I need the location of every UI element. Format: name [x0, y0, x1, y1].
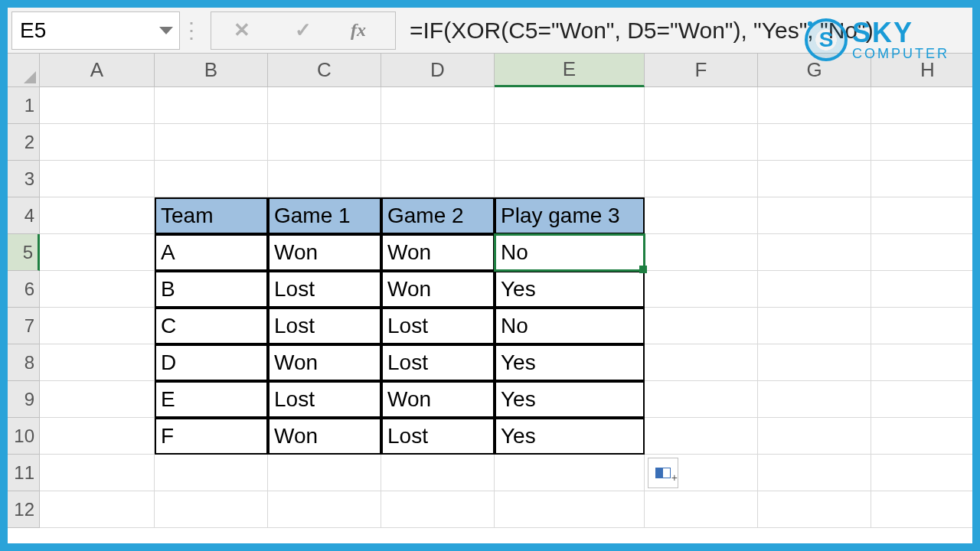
cell[interactable] — [40, 124, 155, 161]
row-header[interactable]: 10 — [8, 418, 40, 455]
table-cell[interactable]: Lost — [268, 271, 381, 308]
cell[interactable] — [871, 234, 972, 271]
table-cell[interactable]: Won — [381, 234, 495, 271]
cell[interactable] — [871, 87, 972, 124]
cell[interactable] — [871, 455, 972, 491]
row-header[interactable]: 11 — [8, 455, 40, 491]
cell[interactable] — [381, 455, 495, 491]
table-cell[interactable]: B — [155, 271, 268, 308]
cell[interactable] — [645, 418, 758, 455]
cell[interactable] — [871, 124, 972, 161]
cell[interactable] — [645, 234, 758, 271]
cell[interactable] — [268, 161, 381, 197]
row-header[interactable]: 2 — [8, 124, 40, 161]
cell[interactable] — [155, 124, 268, 161]
table-cell[interactable]: Lost — [268, 381, 381, 418]
cell[interactable] — [495, 124, 645, 161]
table-cell[interactable]: Won — [268, 234, 381, 271]
row-header[interactable]: 9 — [8, 381, 40, 418]
cell[interactable] — [155, 161, 268, 197]
row-header[interactable]: 12 — [8, 491, 40, 528]
cell[interactable] — [645, 381, 758, 418]
cell[interactable] — [381, 87, 495, 124]
cell[interactable] — [40, 491, 155, 528]
table-cell[interactable]: Won — [268, 418, 381, 455]
table-cell[interactable]: E — [155, 381, 268, 418]
cell[interactable] — [758, 124, 871, 161]
table-cell[interactable]: Yes — [495, 418, 645, 455]
cell[interactable] — [40, 344, 155, 381]
row-header[interactable]: 7 — [8, 308, 40, 344]
table-cell[interactable]: No — [495, 308, 645, 344]
column-header[interactable]: F — [645, 54, 758, 87]
column-header[interactable]: E — [495, 54, 645, 87]
cell[interactable] — [40, 161, 155, 197]
table-cell[interactable]: Yes — [495, 271, 645, 308]
cell[interactable] — [40, 381, 155, 418]
cell[interactable] — [381, 161, 495, 197]
cell[interactable] — [645, 87, 758, 124]
cell[interactable] — [758, 344, 871, 381]
cell[interactable] — [758, 87, 871, 124]
cell[interactable] — [40, 234, 155, 271]
cell[interactable] — [871, 381, 972, 418]
cell[interactable] — [871, 197, 972, 234]
name-box[interactable]: E5 — [11, 11, 180, 50]
cell[interactable] — [40, 418, 155, 455]
table-cell[interactable]: Won — [381, 271, 495, 308]
cell[interactable] — [758, 308, 871, 344]
cell[interactable] — [381, 124, 495, 161]
table-header-cell[interactable]: Game 1 — [268, 197, 381, 234]
cell[interactable] — [381, 491, 495, 528]
fill-handle[interactable] — [639, 266, 647, 273]
cell[interactable] — [155, 87, 268, 124]
cell[interactable] — [758, 271, 871, 308]
select-all-corner[interactable] — [8, 54, 40, 87]
cancel-icon[interactable]: ✕ — [211, 12, 273, 49]
table-cell[interactable]: D — [155, 344, 268, 381]
cell[interactable] — [268, 124, 381, 161]
cell[interactable] — [758, 197, 871, 234]
table-cell[interactable]: Won — [268, 344, 381, 381]
fx-icon[interactable]: fx — [334, 12, 395, 49]
cell[interactable] — [758, 455, 871, 491]
table-cell[interactable]: No — [495, 234, 645, 271]
cell[interactable] — [495, 87, 645, 124]
cell[interactable] — [758, 234, 871, 271]
table-cell[interactable]: Lost — [381, 344, 495, 381]
cell[interactable] — [758, 161, 871, 197]
cell[interactable] — [268, 455, 381, 491]
table-cell[interactable]: Yes — [495, 344, 645, 381]
table-cell[interactable]: Yes — [495, 381, 645, 418]
cell[interactable] — [645, 344, 758, 381]
row-header[interactable]: 8 — [8, 344, 40, 381]
cell-grid[interactable]: TeamGame 1Game 2Play game 3AWonWonNoBLos… — [40, 87, 972, 528]
column-header[interactable]: D — [381, 54, 495, 87]
cell[interactable] — [758, 418, 871, 455]
table-header-cell[interactable]: Team — [155, 197, 268, 234]
row-header[interactable]: 5 — [8, 234, 40, 271]
table-cell[interactable]: F — [155, 418, 268, 455]
row-header[interactable]: 3 — [8, 161, 40, 197]
cell[interactable] — [645, 161, 758, 197]
row-header[interactable]: 1 — [8, 87, 40, 124]
cell[interactable] — [871, 418, 972, 455]
cell[interactable] — [871, 308, 972, 344]
cell[interactable] — [268, 491, 381, 528]
cell[interactable] — [155, 491, 268, 528]
cell[interactable] — [495, 455, 645, 491]
cell[interactable] — [268, 87, 381, 124]
cell[interactable] — [871, 344, 972, 381]
cell[interactable] — [40, 271, 155, 308]
column-header[interactable]: B — [155, 54, 268, 87]
cell[interactable] — [758, 491, 871, 528]
table-header-cell[interactable]: Game 2 — [381, 197, 495, 234]
column-header[interactable]: A — [40, 54, 155, 87]
table-cell[interactable]: A — [155, 234, 268, 271]
cell[interactable] — [495, 491, 645, 528]
cell[interactable] — [871, 161, 972, 197]
row-header[interactable]: 6 — [8, 271, 40, 308]
table-cell[interactable]: Won — [381, 381, 495, 418]
cell[interactable] — [871, 271, 972, 308]
cell[interactable] — [40, 455, 155, 491]
